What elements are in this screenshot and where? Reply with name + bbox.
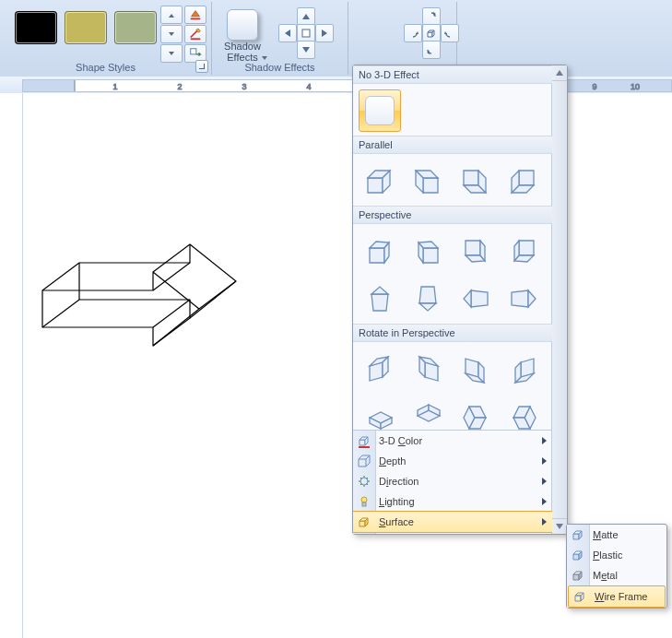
group-label-shadow-effects: Shadow Effects (212, 61, 348, 75)
shadow-nudge-right[interactable] (315, 24, 334, 42)
menu-depth[interactable]: Depth (353, 451, 552, 471)
surface-submenu: Matte Plastic Metal Wire Frame (566, 524, 667, 608)
rotate-item-7[interactable] (454, 396, 497, 431)
tilt-toggle[interactable] (422, 24, 441, 42)
svg-marker-114 (581, 593, 584, 601)
parallel-item-2[interactable] (407, 160, 449, 202)
tilt-left[interactable] (404, 24, 422, 42)
menu-depth-label: Depth (379, 455, 406, 467)
svg-rect-0 (191, 18, 201, 20)
tilt-down[interactable] (422, 41, 441, 59)
svg-marker-36 (423, 178, 438, 193)
gallery-rotate (353, 342, 552, 431)
rotate-item-2[interactable] (407, 348, 449, 390)
3d-effects-dropdown: No 3-D Effect Parallel Perspective Rotat… (352, 65, 568, 535)
wireframe-arrow-shape[interactable] (33, 207, 245, 355)
chevron-right-icon (542, 478, 547, 485)
perspective-item-3[interactable] (454, 230, 497, 272)
svg-rect-92 (359, 446, 370, 448)
parallel-item-3[interactable] (454, 160, 497, 202)
wire-frame-icon (572, 589, 587, 604)
surface-plastic[interactable]: Plastic (567, 545, 666, 565)
svg-marker-39 (464, 171, 478, 185)
svg-line-28 (153, 244, 190, 272)
chevron-right-icon (542, 437, 547, 444)
perspective-item-6[interactable] (407, 278, 449, 320)
svg-marker-89 (360, 440, 365, 445)
svg-marker-59 (419, 287, 436, 303)
group-shape-styles: Shape Styles (0, 2, 212, 75)
svg-marker-60 (419, 303, 436, 311)
shadow-nudge-left[interactable] (278, 24, 297, 42)
perspective-item-2[interactable] (407, 230, 449, 272)
tilt-up[interactable] (422, 7, 441, 26)
perspective-item-4[interactable] (502, 230, 545, 272)
perspective-item-1[interactable] (359, 230, 401, 272)
rotate-item-1[interactable] (359, 348, 401, 390)
style-gallery-row-up[interactable] (160, 6, 183, 24)
no-3d-effect-item[interactable] (359, 89, 401, 132)
svg-text:9: 9 (592, 82, 596, 91)
svg-marker-7 (428, 32, 432, 37)
surface-matte[interactable]: Matte (567, 525, 666, 545)
matte-icon (571, 527, 585, 542)
depth-icon (357, 454, 371, 468)
rotate-item-3[interactable] (454, 348, 497, 390)
rotate-item-5[interactable] (359, 396, 401, 431)
shadow-effects-button[interactable]: Shadow Effects (216, 5, 269, 62)
perspective-item-8[interactable] (502, 278, 545, 320)
lighting-icon (357, 494, 371, 509)
rotate-item-6[interactable] (407, 396, 449, 431)
surface-wire-frame-label: Wire Frame (595, 591, 647, 602)
shape-fill-button[interactable] (184, 6, 206, 24)
section-parallel: Parallel (353, 136, 552, 154)
menu-lighting-label: Lighting (379, 496, 415, 507)
perspective-item-5[interactable] (359, 278, 401, 320)
direction-icon (357, 474, 371, 489)
svg-text:3: 3 (242, 82, 246, 91)
surface-wire-frame[interactable]: Wire Frame (568, 585, 666, 608)
svg-line-31 (153, 300, 190, 327)
group-shadow-effects: Shadow Effects Shadow Effects (212, 2, 348, 75)
shape-style-swatch-black[interactable] (15, 11, 57, 44)
menu-3d-color[interactable]: 3-D Color (353, 431, 552, 451)
shape-outline-button[interactable] (184, 25, 206, 43)
svg-marker-51 (466, 241, 480, 255)
menu-surface[interactable]: Surface (353, 511, 552, 533)
perspective-item-7[interactable] (454, 278, 497, 320)
gallery-perspective (353, 224, 552, 324)
style-gallery-row-down[interactable] (160, 25, 183, 43)
rotate-item-4[interactable] (502, 348, 545, 390)
svg-marker-45 (370, 248, 384, 263)
svg-rect-1 (191, 38, 201, 40)
svg-marker-63 (512, 290, 528, 307)
rotate-item-8[interactable] (502, 396, 545, 431)
svg-point-98 (361, 497, 367, 502)
section-perspective: Perspective (353, 206, 552, 224)
svg-rect-2 (191, 49, 196, 54)
menu-direction[interactable]: Direction (353, 471, 552, 491)
shape-style-swatch-sage[interactable] (114, 11, 157, 44)
svg-line-29 (199, 281, 236, 309)
chevron-right-icon (542, 457, 547, 465)
svg-marker-42 (519, 171, 534, 185)
shape-styles-dialog-launcher[interactable] (195, 60, 208, 73)
svg-rect-99 (362, 502, 366, 506)
parallel-item-4[interactable] (502, 160, 545, 202)
shadow-nudge-down[interactable] (297, 41, 315, 59)
menu-lighting[interactable]: Lighting (353, 491, 552, 512)
parallel-item-1[interactable] (359, 160, 401, 202)
svg-marker-58 (371, 287, 388, 294)
gallery-parallel (353, 154, 552, 206)
tilt-right[interactable] (441, 24, 459, 42)
menu-surface-label: Surface (379, 516, 414, 527)
dropdown-scrollbar[interactable] (551, 65, 567, 534)
style-gallery-more[interactable] (160, 44, 183, 63)
menu-3d-color-label: 3-D Color (379, 435, 422, 446)
shape-style-swatch-olive[interactable] (65, 11, 107, 44)
svg-marker-103 (573, 534, 579, 539)
shadow-toggle[interactable] (297, 24, 315, 42)
shadow-nudge-up[interactable] (297, 7, 315, 26)
surface-metal[interactable]: Metal (567, 565, 666, 585)
menu-direction-label: Direction (379, 476, 419, 487)
